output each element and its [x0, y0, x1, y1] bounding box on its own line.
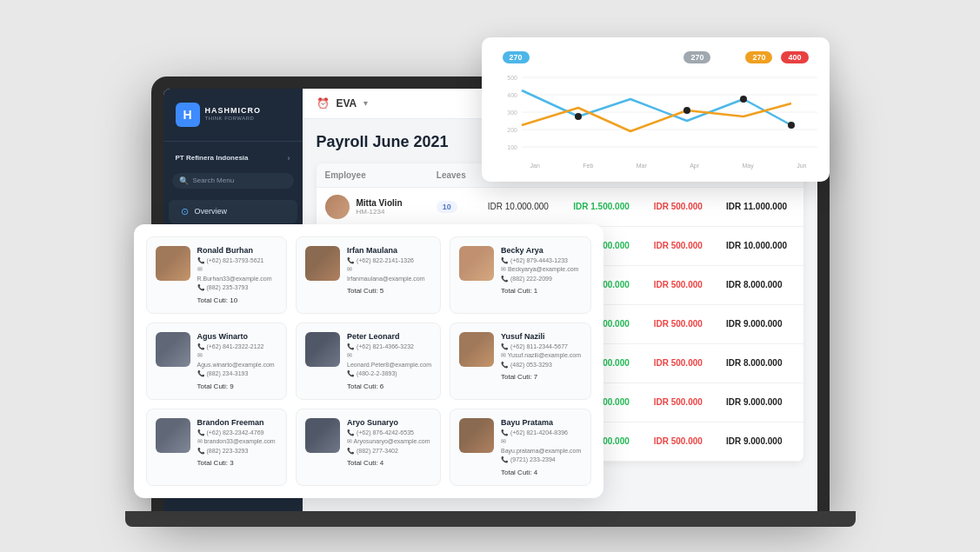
svg-text:300: 300 [507, 110, 517, 116]
card-phone3: 📞 (9721) 233-2394 [501, 456, 582, 465]
card-cuti: Total Cuti: 10 [197, 296, 278, 304]
list-item: Agus Winarto 📞 (+62) 841-2322-2122 ✉ Agu… [146, 323, 288, 400]
cell-net: IDR 11.000.000 [717, 187, 803, 226]
card-name: Agus Winarto [197, 332, 278, 341]
card-name: Aryo Sunaryo [347, 418, 430, 427]
svg-point-13 [683, 107, 690, 114]
company-chevron-icon: › [288, 154, 290, 163]
chart-x-labels: JanFebMarAprMayJun [496, 159, 816, 169]
avatar [156, 418, 190, 453]
company-row[interactable]: PT Refinera Indonesia › [163, 150, 303, 166]
svg-text:500: 500 [507, 75, 517, 81]
topbar-chevron-icon: ▾ [363, 98, 368, 108]
chart-popup: 270 270 270 400 500 400 300 200 100 [482, 37, 830, 182]
cell-deduction: IDR 500.000 [645, 187, 717, 226]
logo-icon: H [176, 103, 200, 127]
card-phone3: 📞 (882) 234-3193 [197, 369, 278, 379]
card-email: ✉ Irfanmaulana@example.com [347, 265, 431, 283]
card-email: ✉ Aryosunaryo@example.com [347, 437, 430, 447]
col-leaves: Leaves [428, 163, 479, 188]
card-name: Yusuf Nazili [501, 332, 581, 341]
svg-text:200: 200 [507, 127, 517, 133]
col-employee: Employee [317, 163, 428, 188]
chart-bubble-270-blue: 270 [503, 51, 530, 63]
card-email: ✉ Yusuf.nazili@example.com [501, 351, 581, 361]
card-phone3: 📞 (882) 223-3293 [197, 447, 276, 456]
card-phone1: 📞 (+62) 811-2344-5677 [501, 343, 581, 352]
svg-text:400: 400 [507, 92, 517, 98]
card-phone1: 📞 (+62) 822-2141-1326 [347, 256, 431, 266]
search-placeholder: Search Menu [193, 176, 235, 184]
table-row: Mitta Violin HM-1234 10 IDR 10.000.000 I… [317, 187, 803, 226]
cell-deduction: IDR 500.000 [645, 226, 717, 265]
search-icon: 🔍 [179, 176, 189, 185]
card-name: Brandon Freeman [197, 418, 276, 427]
svg-point-11 [740, 96, 747, 103]
topbar-clock-icon: ⏰ [317, 97, 330, 110]
sidebar-item-label-overview: Overview [195, 207, 228, 216]
chart-bubble-270-orange: 270 [745, 51, 772, 63]
cell-net: IDR 9.000.000 [717, 304, 803, 343]
list-item: Bayu Pratama 📞 (+62) 821-4204-8396 ✉ Bay… [450, 409, 591, 486]
sidebar-item-overview[interactable]: ⊙ Overview [169, 200, 297, 223]
logo-tagline: THINK FORWARD [205, 116, 262, 122]
cards-grid: Ronald Burhan 📞 (+62) 821-3793-5621 ✉ R.… [146, 236, 591, 486]
list-item: Yusuf Nazili 📞 (+62) 811-2344-5677 ✉ Yus… [450, 323, 591, 400]
svg-point-12 [788, 122, 795, 129]
avatar [305, 332, 340, 367]
sidebar-logo: H HASHMICRO THINK FORWARD [163, 103, 303, 141]
company-name: PT Refinera Indonesia [176, 154, 249, 162]
card-cuti: Total Cuti: 7 [501, 373, 581, 381]
card-name: Peter Leonard [347, 332, 431, 341]
cell-deduction: IDR 500.000 [645, 343, 717, 382]
list-item: Irfan Maulana 📞 (+62) 822-2141-1326 ✉ Ir… [296, 236, 441, 314]
card-phone3: 📞 (480-2-2-3893) [347, 369, 431, 379]
card-cuti: Total Cuti: 6 [347, 382, 431, 390]
chart-area: 270 270 270 400 500 400 300 200 100 [496, 51, 816, 173]
avatar [305, 418, 340, 453]
avatar [156, 332, 190, 367]
card-phone1: 📞 (+62) 879-4443-1233 [501, 256, 578, 266]
card-name: Bayu Pratama [501, 418, 582, 427]
chart-svg: 500 400 300 200 100 [496, 69, 817, 156]
cell-net: IDR 8.000.000 [717, 343, 803, 382]
list-item: Ronald Burhan 📞 (+62) 821-3793-5621 ✉ R.… [146, 236, 288, 314]
avatar [305, 246, 340, 281]
avatar [156, 246, 190, 281]
list-item: Aryo Sunaryo 📞 (+62) 876-4242-6535 ✉ Ary… [296, 409, 441, 486]
list-item: Peter Leonard 📞 (+62) 821-4366-3232 ✉ Le… [296, 323, 441, 400]
card-cuti: Total Cuti: 5 [347, 287, 431, 295]
cell-net: IDR 8.000.000 [717, 265, 803, 304]
avatar [459, 332, 494, 367]
card-phone1: 📞 (+62) 841-2322-2122 [197, 343, 278, 352]
card-cuti: Total Cuti: 1 [501, 287, 578, 295]
cell-net: IDR 9.000.000 [717, 382, 803, 422]
card-phone1: 📞 (+62) 821-3793-5621 [197, 256, 278, 266]
cell-deduction: IDR 500.000 [645, 265, 717, 304]
card-phone1: 📞 (+62) 821-4204-8396 [501, 429, 582, 438]
card-phone1: 📞 (+62) 821-4366-3232 [347, 343, 431, 352]
avatar [459, 418, 494, 453]
cell-deduction: IDR 500.000 [645, 382, 717, 422]
card-phone3: 📞 (482) 053-3293 [501, 361, 581, 370]
cell-employee: Mitta Violin HM-1234 [317, 187, 428, 226]
card-cuti: Total Cuti: 4 [501, 469, 582, 476]
cell-deduction: IDR 500.000 [645, 422, 717, 461]
svg-point-10 [575, 113, 582, 120]
card-email: ✉ Agus.winarto@example.com [197, 351, 278, 369]
card-phone1: 📞 (+62) 823-2342-4769 [197, 429, 276, 438]
avatar [459, 246, 494, 281]
card-phone3: 📞 (882) 277-3402 [347, 447, 430, 456]
logo-name: HASHMICRO [205, 107, 262, 116]
svg-text:100: 100 [507, 144, 517, 150]
card-email: ✉ Beckyarya@example.com [501, 265, 578, 275]
card-phone3: 📞 (882) 222-2099 [501, 275, 578, 284]
card-name: Ronald Burhan [197, 246, 278, 255]
search-bar[interactable]: 🔍 Search Menu [172, 173, 294, 189]
card-email: ✉ Leonard.Peter8@example.com [347, 351, 431, 369]
cell-net: IDR 9.000.000 [717, 422, 803, 461]
cell-net: IDR 10.000.000 [717, 226, 803, 265]
card-cuti: Total Cuti: 3 [197, 459, 276, 467]
list-item: Brandon Freeman 📞 (+62) 823-2342-4769 ✉ … [146, 409, 288, 486]
cell-deduction: IDR 500.000 [645, 304, 717, 343]
